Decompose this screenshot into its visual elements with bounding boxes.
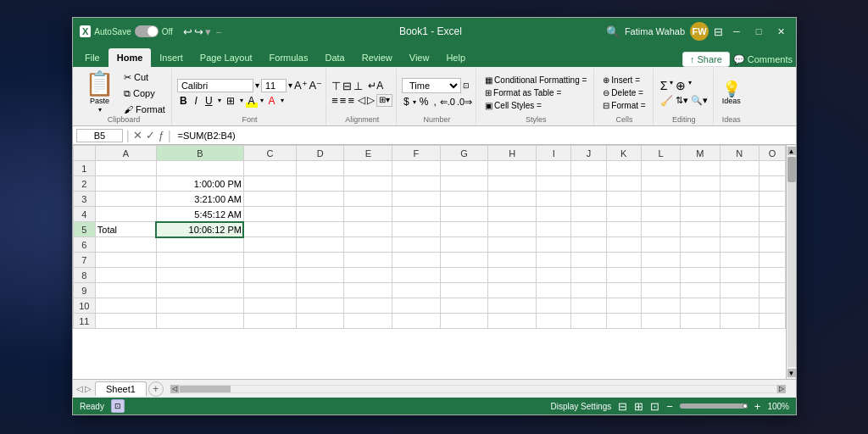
insert-button[interactable]: ⊕ Insert = <box>599 75 648 86</box>
sheet-scroll-left-icon[interactable]: ◁ <box>76 384 83 393</box>
tab-file[interactable]: File <box>76 48 108 67</box>
conditional-formatting-button[interactable]: ▦ Conditional Formatting = <box>481 75 590 86</box>
row-header-8[interactable]: 8 <box>74 268 96 283</box>
cell-styles-button[interactable]: ▣ Cell Styles = <box>481 100 590 111</box>
cell-h2[interactable] <box>488 176 537 192</box>
cell-j2[interactable] <box>571 176 606 192</box>
cell-j5[interactable] <box>571 222 606 237</box>
cell-h1[interactable] <box>488 161 537 176</box>
cell-j1[interactable] <box>571 161 606 176</box>
cell-d7[interactable] <box>296 253 344 268</box>
font-size-dropdown-icon[interactable]: ▾ <box>288 81 292 90</box>
cell-b4[interactable]: 5:45:12 AM <box>156 207 243 222</box>
cell-f5[interactable] <box>392 222 441 237</box>
cell-g11[interactable] <box>440 314 488 329</box>
insert-function-icon[interactable]: ƒ <box>159 129 164 142</box>
cell-m10[interactable] <box>681 298 720 314</box>
cell-a10[interactable] <box>95 298 156 314</box>
cell-g6[interactable] <box>440 237 488 253</box>
paste-dropdown-icon[interactable]: ▾ <box>98 106 102 114</box>
row-header-1[interactable]: 1 <box>74 161 96 176</box>
col-header-k[interactable]: K <box>606 146 641 161</box>
cut-button[interactable]: ✂ Cut <box>121 71 168 84</box>
align-right-icon[interactable]: ≡ <box>348 94 354 107</box>
cell-l8[interactable] <box>641 268 680 283</box>
sheet-tab-sheet1[interactable]: Sheet1 <box>95 381 147 396</box>
cell-j9[interactable] <box>571 283 606 298</box>
scroll-left-button[interactable]: ◁ <box>170 385 179 393</box>
cell-j11[interactable] <box>571 314 606 329</box>
cell-o2[interactable] <box>759 176 785 192</box>
font-size-input[interactable] <box>261 79 287 92</box>
border-dropdown-icon[interactable]: ▾ <box>240 97 243 104</box>
cell-g7[interactable] <box>440 253 488 268</box>
cell-i9[interactable] <box>537 283 571 298</box>
cell-b1[interactable] <box>156 161 243 176</box>
zoom-thumb[interactable] <box>743 403 748 409</box>
sheet-navigation-left[interactable]: ◁ ▷ <box>76 384 92 393</box>
cell-i7[interactable] <box>537 253 571 268</box>
cell-m5[interactable] <box>681 222 720 237</box>
accessibility-icon[interactable]: ⊡ <box>111 399 125 413</box>
currency-button[interactable]: $ <box>402 96 411 108</box>
cell-g8[interactable] <box>440 268 488 283</box>
vertical-scrollbar[interactable]: ▲ ▼ <box>786 145 796 379</box>
cell-b6[interactable] <box>156 237 243 253</box>
cell-e7[interactable] <box>344 253 392 268</box>
cell-l2[interactable] <box>641 176 680 192</box>
cell-e9[interactable] <box>344 283 392 298</box>
font-decrease-icon[interactable]: A⁻ <box>309 79 323 92</box>
ribbon-display-icon[interactable]: ⊟ <box>714 25 723 38</box>
decimal-increase-button[interactable]: ⇐.0 <box>440 97 455 108</box>
cell-a8[interactable] <box>95 268 156 283</box>
cell-k3[interactable] <box>606 192 641 207</box>
cell-j6[interactable] <box>571 237 606 253</box>
cell-j10[interactable] <box>571 298 606 314</box>
paste-button[interactable]: 📋 Paste ▾ <box>80 70 120 115</box>
redo-icon[interactable]: ↪ <box>194 25 203 38</box>
cell-b9[interactable] <box>156 283 243 298</box>
cell-i2[interactable] <box>537 176 571 192</box>
comments-button[interactable]: 💬 Comments <box>733 52 793 67</box>
cell-m8[interactable] <box>681 268 720 283</box>
cell-e2[interactable] <box>344 176 392 192</box>
cell-l5[interactable] <box>641 222 680 237</box>
comma-button[interactable]: , <box>431 96 437 108</box>
cell-h7[interactable] <box>488 253 537 268</box>
font-name-input[interactable] <box>177 79 253 92</box>
row-header-6[interactable]: 6 <box>74 237 96 253</box>
undo-dropdown-icon[interactable]: ▾ <box>205 25 211 38</box>
font-color-button[interactable]: A <box>266 94 278 108</box>
cell-m11[interactable] <box>681 314 720 329</box>
cell-c8[interactable] <box>243 268 296 283</box>
cell-i6[interactable] <box>537 237 571 253</box>
percent-button[interactable]: % <box>418 96 431 108</box>
cell-l6[interactable] <box>641 237 680 253</box>
scroll-track[interactable] <box>787 157 796 367</box>
cell-o9[interactable] <box>759 283 785 298</box>
cell-k1[interactable] <box>606 161 641 176</box>
cell-o4[interactable] <box>759 207 785 222</box>
col-header-a[interactable]: A <box>95 146 156 161</box>
merge-center-button[interactable]: ⊞▾ <box>376 94 392 107</box>
maximize-button[interactable]: □ <box>750 23 767 40</box>
cell-d5[interactable] <box>296 222 344 237</box>
cell-h4[interactable] <box>488 207 537 222</box>
cell-i11[interactable] <box>537 314 571 329</box>
cell-e4[interactable] <box>344 207 392 222</box>
ideas-button[interactable]: 💡 Ideas <box>719 80 744 107</box>
cell-k8[interactable] <box>606 268 641 283</box>
clear-button[interactable]: 🧹 <box>660 95 673 107</box>
minimize-button[interactable]: ─ <box>728 23 745 40</box>
name-box[interactable] <box>76 129 123 142</box>
scroll-up-button[interactable]: ▲ <box>787 147 796 155</box>
cell-f3[interactable] <box>392 192 441 207</box>
cell-d9[interactable] <box>296 283 344 298</box>
cell-k7[interactable] <box>606 253 641 268</box>
horizontal-scroll-track[interactable] <box>179 385 777 393</box>
cell-h6[interactable] <box>488 237 537 253</box>
format-painter-button[interactable]: 🖌 Format <box>121 103 168 115</box>
tab-help[interactable]: Help <box>437 48 474 67</box>
col-header-d[interactable]: D <box>296 146 344 161</box>
zoom-in-icon[interactable]: + <box>754 400 761 413</box>
